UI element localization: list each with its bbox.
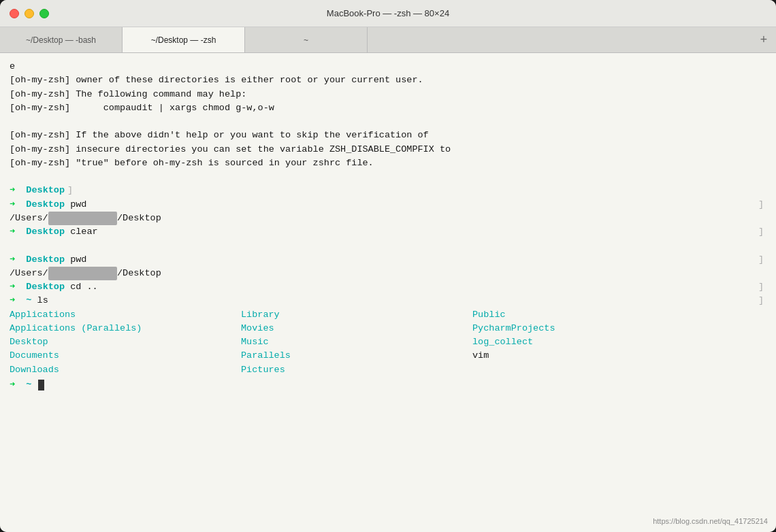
window-title: MacBook-Pro — -zsh — 80×24 [0,8,776,18]
terminal-line: [oh-my-zsh] owner of these directories i… [10,73,766,87]
prompt-bracket-r: ] [67,184,73,197]
tab-zsh[interactable]: ~/Desktop — -zsh [123,27,245,52]
tab-home[interactable]: ~ [245,27,368,52]
prompt-arrow: ➜ [10,378,26,392]
prompt-line: ➜ Desktop clear ] [10,225,766,239]
terminal-line: [oh-my-zsh] compaudit | xargs chmod g-w,… [10,101,766,115]
prompt-arrow: ➜ [10,225,26,239]
prompt-cmd: clear [65,225,98,239]
bracket-right: ] [758,294,766,307]
terminal-line: [oh-my-zsh] If the above didn't help or … [10,129,766,142]
prompt-dir: Desktop [26,198,65,212]
prompt-line: ➜ ~ ls ] [10,294,766,307]
minimize-button[interactable] [25,9,34,18]
ls-item: PycharmProjects [472,322,704,335]
prompt-dir: Desktop [26,253,65,267]
prompt-cmd: pwd [65,198,86,212]
ls-item [472,363,704,377]
prompt-cmd: cd .. [65,280,98,294]
ls-item: Public [472,308,704,322]
terminal-line: /Users/████████████/Desktop [10,212,766,225]
traffic-lights [0,9,49,18]
ls-item: Applications (Parallels) [10,322,241,335]
prompt-arrow: ➜ [10,280,26,294]
ls-item: Library [241,308,472,322]
prompt-cmd: ls [31,294,48,307]
ls-item: Downloads [10,363,241,377]
tabbar: ~/Desktop — -bash ~/Desktop — -zsh ~ + [0,27,776,53]
blurred-username: ████████████ [48,212,117,225]
prompt-cmd-space [31,378,37,392]
close-button[interactable] [10,9,19,18]
ls-item: Documents [10,349,241,363]
terminal-line: /Users/████████████/Desktop [10,267,766,280]
blank-line [10,239,766,252]
blank-line [10,115,766,129]
prompt-arrow: ➜ [10,198,26,212]
tab-bash[interactable]: ~/Desktop — -bash [0,27,123,52]
ls-output: Applications Library Public Applications… [10,308,766,377]
current-prompt-line: ➜ ~ [10,378,766,392]
prompt-arrow: ➜ [10,253,26,267]
ls-item: log_collect [472,335,704,349]
bracket-right: ] [758,253,766,267]
prompt-line: ➜ Desktop cd .. ] [10,280,766,294]
prompt-line: ➜ Desktop pwd ] [10,198,766,212]
bracket-right: ] [758,198,766,212]
prompt-dir: Desktop [26,184,65,197]
maximize-button[interactable] [39,9,49,18]
terminal-window: MacBook-Pro — -zsh — 80×24 ~/Desktop — -… [0,0,776,532]
prompt-arrow: ➜ [10,184,26,197]
watermark: https://blog.csdn.net/qq_41725214 [653,516,768,527]
ls-item: Music [241,335,472,349]
ls-item: Parallels [241,349,472,363]
ls-item: Movies [241,322,472,335]
prompt-dir: Desktop [26,280,65,294]
terminal-cursor [38,380,44,390]
terminal-line: [oh-my-zsh] insecure directories you can… [10,143,766,156]
prompt-cmd: pwd [65,253,86,267]
ls-item: vim [472,349,704,363]
ls-item: Pictures [241,363,472,377]
prompt-line: ➜ Desktop pwd ] [10,253,766,267]
ls-item: Desktop [10,335,241,349]
bracket-right: ] [758,280,766,294]
prompt-dir: Desktop [26,225,65,239]
new-tab-button[interactable]: + [751,27,776,52]
bracket-right: ] [758,225,766,239]
blank-line [10,170,766,184]
titlebar: MacBook-Pro — -zsh — 80×24 [0,0,776,27]
terminal-line: [oh-my-zsh] "true" before oh-my-zsh is s… [10,156,766,170]
terminal-output[interactable]: e [oh-my-zsh] owner of these directories… [0,53,776,532]
terminal-line: e [10,60,766,73]
prompt-line: ➜ Desktop ] [10,184,766,197]
current-prompt-dir: ~ [26,378,31,392]
terminal-line: [oh-my-zsh] The following command may he… [10,88,766,101]
ls-item: Applications [10,308,241,322]
prompt-arrow: ➜ [10,294,26,307]
prompt-dir: ~ [26,294,31,307]
blurred-username-2: ████████████ [48,267,117,280]
